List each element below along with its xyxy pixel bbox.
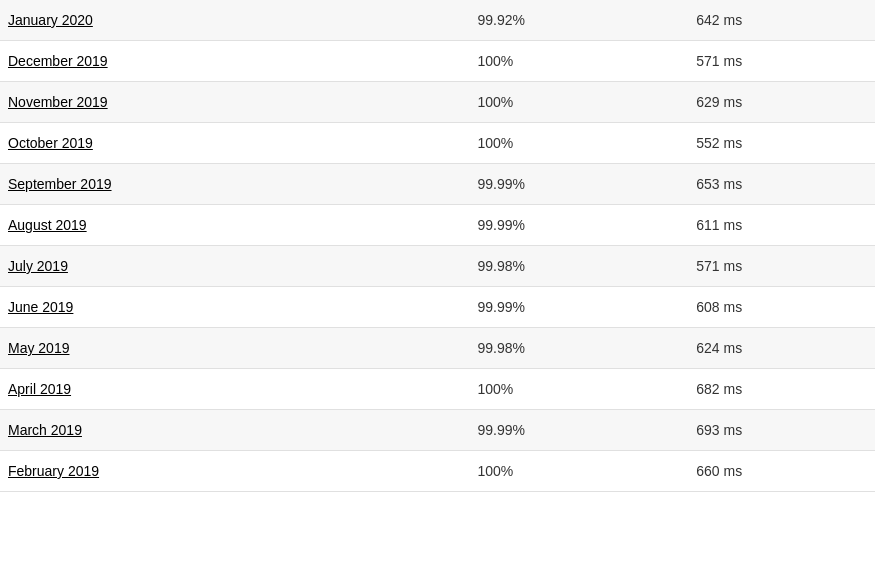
uptime-value: 99.92% [438,0,657,41]
uptime-value: 100% [438,123,657,164]
uptime-value: 99.98% [438,328,657,369]
month-link[interactable]: December 2019 [8,53,108,69]
response-value: 629 ms [656,82,875,123]
table-row: July 201999.98%571 ms [0,246,875,287]
response-value: 653 ms [656,164,875,205]
month-link[interactable]: February 2019 [8,463,99,479]
month-link[interactable]: April 2019 [8,381,71,397]
table-row: August 201999.99%611 ms [0,205,875,246]
response-value: 682 ms [656,369,875,410]
table-row: November 2019100%629 ms [0,82,875,123]
response-value: 611 ms [656,205,875,246]
month-link[interactable]: September 2019 [8,176,112,192]
uptime-history-table: January 202099.92%642 msDecember 2019100… [0,0,875,492]
response-value: 608 ms [656,287,875,328]
month-link[interactable]: January 2020 [8,12,93,28]
uptime-value: 99.99% [438,410,657,451]
response-value: 571 ms [656,41,875,82]
table-row: January 202099.92%642 ms [0,0,875,41]
uptime-value: 100% [438,451,657,492]
response-value: 693 ms [656,410,875,451]
table-row: June 201999.99%608 ms [0,287,875,328]
month-link[interactable]: June 2019 [8,299,73,315]
response-value: 624 ms [656,328,875,369]
month-link[interactable]: May 2019 [8,340,69,356]
uptime-value: 99.99% [438,205,657,246]
table-row: April 2019100%682 ms [0,369,875,410]
month-link[interactable]: August 2019 [8,217,87,233]
table-row: October 2019100%552 ms [0,123,875,164]
table-row: March 201999.99%693 ms [0,410,875,451]
table-row: December 2019100%571 ms [0,41,875,82]
response-value: 571 ms [656,246,875,287]
uptime-value: 99.98% [438,246,657,287]
uptime-value: 100% [438,82,657,123]
month-link[interactable]: March 2019 [8,422,82,438]
uptime-value: 99.99% [438,287,657,328]
month-link[interactable]: July 2019 [8,258,68,274]
table-row: May 201999.98%624 ms [0,328,875,369]
table-row: February 2019100%660 ms [0,451,875,492]
table-row: September 201999.99%653 ms [0,164,875,205]
uptime-value: 100% [438,41,657,82]
uptime-value: 99.99% [438,164,657,205]
month-link[interactable]: October 2019 [8,135,93,151]
uptime-value: 100% [438,369,657,410]
month-link[interactable]: November 2019 [8,94,108,110]
response-value: 642 ms [656,0,875,41]
response-value: 552 ms [656,123,875,164]
response-value: 660 ms [656,451,875,492]
